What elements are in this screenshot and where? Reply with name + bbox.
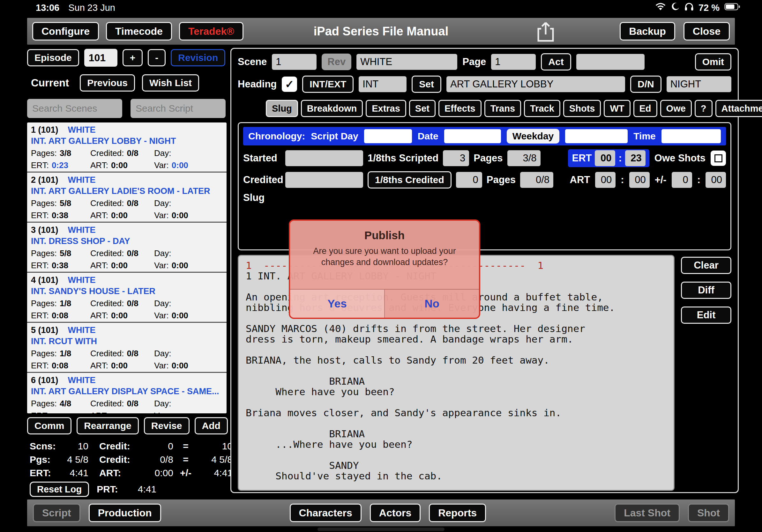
characters-button[interactable]: Characters [290,503,361,522]
bottom-toolbar: Script Production Characters Actors Repo… [27,499,735,526]
omit-button[interactable]: Omit [695,53,731,71]
last-shot-button[interactable]: Last Shot [615,503,680,522]
revision-color-field[interactable]: WHITE [356,54,457,70]
comm-button[interactable]: Comm [27,417,71,434]
home-indicator[interactable] [318,528,444,531]
set-button[interactable]: Set [412,76,441,93]
plus-minus-hours-field[interactable]: 0 [672,172,692,188]
scene-list-item[interactable]: 2 (101) WHITE INT. ART GALLERY LADIE'S R… [27,172,227,223]
episode-minus-button[interactable]: - [148,49,166,66]
detail-tab[interactable]: Slug [266,100,298,117]
scene-ert: ERT:0:38 [31,211,90,220]
eighths-credited-button[interactable]: 1/8ths Credited [368,171,451,188]
search-script-input[interactable] [130,99,226,118]
detail-tab[interactable]: Shots [563,100,601,117]
art-minutes-field[interactable]: 00 [629,172,650,188]
shot-button[interactable]: Shot [688,503,729,522]
scene-list-item[interactable]: 6 (101) WHITE INT. ART GALLERY DISPLAY S… [27,373,227,413]
scene-number: 3 (101) [31,225,58,235]
tab-wishlist[interactable]: Wish List [142,74,199,92]
art-hours-field[interactable]: 00 [595,172,616,188]
time-label: Time [634,131,655,142]
set-field[interactable]: ART GALLERY LOBBY [446,76,625,92]
revision-button[interactable]: Revision [171,49,225,66]
reset-log-button[interactable]: Reset Log [30,482,89,497]
no-button[interactable]: No [385,290,479,318]
top-toolbar: Configure Timecode Teradek® iPad Series … [27,18,735,45]
weekday-field[interactable] [565,129,628,143]
detail-tab[interactable]: Extras [366,100,406,117]
episode-number-field[interactable]: 101 [84,49,117,67]
pages-scripted-field[interactable]: 3/8 [507,150,541,166]
detail-tab[interactable]: Owe [660,100,692,117]
ert-minutes-field[interactable]: 23 [625,150,646,166]
backup-button[interactable]: Backup [620,22,675,40]
scene-list-item[interactable]: 1 (101) WHITE INT. ART GALLERY LOBBY - N… [27,122,227,172]
share-icon[interactable] [536,21,555,43]
script-day-field[interactable] [364,129,412,143]
close-button[interactable]: Close [683,22,730,40]
scene-revision-color: WHITE [68,275,96,285]
detail-tab[interactable]: WT [604,100,630,117]
scene-revision-color: WHITE [68,125,96,135]
day-night-button[interactable]: D/N [630,76,661,93]
int-ext-field[interactable]: INT [359,76,407,92]
detail-tab[interactable]: Attachments [716,100,762,117]
yes-button[interactable]: Yes [290,290,385,318]
reports-button[interactable]: Reports [429,503,486,522]
timecode-button[interactable]: Timecode [106,22,172,40]
scene-number: 1 (101) [31,125,58,135]
teradek-button[interactable]: Teradek® [179,22,244,40]
search-row [27,99,227,118]
day-night-field[interactable]: NIGHT [667,76,731,92]
check-icon: ✓ [285,78,294,91]
detail-tab[interactable]: ? [695,100,713,117]
left-panel: Episode 101 + - Revision Current Previou… [27,48,227,497]
eighths-credited-field[interactable]: 0 [456,172,482,188]
credited-field[interactable] [285,172,363,188]
episode-plus-button[interactable]: + [122,49,143,66]
heading-checkbox[interactable]: ✓ [282,77,297,92]
weekday-button[interactable]: Weekday [507,129,560,144]
detail-tab[interactable]: Set [409,100,435,117]
scene-list-item[interactable]: 5 (101) WHITE INT. RCUT WITH Pages:1/8 C… [27,323,227,373]
tab-current[interactable]: Current [27,77,73,89]
started-field[interactable] [285,150,363,166]
detail-tab[interactable]: Effects [438,100,482,117]
revise-button[interactable]: Revise [144,417,190,434]
scene-number-field[interactable]: 1 [272,54,317,70]
act-field[interactable] [576,54,645,70]
scene-list-item[interactable]: 4 (101) WHITE INT. SANDY'S HOUSE - LATER… [27,273,227,323]
script-mode-button[interactable]: Script [33,503,80,522]
detail-tab[interactable]: Ed [634,100,657,117]
owe-shots-checkbox[interactable] [711,151,726,166]
actors-button[interactable]: Actors [370,503,420,522]
date-field[interactable] [444,129,501,143]
tab-previous[interactable]: Previous [80,74,135,92]
plus-minus-minutes-field[interactable]: 00 [706,172,726,188]
scene-list-item[interactable]: 3 (101) WHITE INT. DRESS SHOP - DAY Page… [27,223,227,273]
eighths-scripted-field[interactable]: 3 [443,150,469,166]
configure-button[interactable]: Configure [32,22,99,40]
rearrange-button[interactable]: Rearrange [77,417,138,434]
scene-revision-color: WHITE [68,375,96,385]
edit-button[interactable]: Edit [681,306,731,324]
int-ext-button[interactable]: INT/EXT [302,76,353,93]
ert-hours-field[interactable]: 00 [595,150,615,166]
pages-credited-field[interactable]: 0/8 [520,172,553,188]
act-button[interactable]: Act [541,53,571,71]
detail-tab[interactable]: Breakdown [301,100,363,117]
clear-button[interactable]: Clear [681,257,731,274]
dialog-message: Are you sure you want to upload your cha… [290,245,479,268]
time-field[interactable] [661,129,721,143]
production-mode-button[interactable]: Production [89,503,161,522]
page-field[interactable]: 1 [491,54,536,70]
search-scenes-input[interactable] [27,99,122,118]
episode-button[interactable]: Episode [27,49,79,66]
add-button[interactable]: Add [194,417,228,434]
detail-tab[interactable]: Track [524,100,560,117]
diff-button[interactable]: Diff [681,282,731,299]
rev-button[interactable]: Rev [322,54,351,70]
detail-tab[interactable]: Trans [485,100,521,117]
plus-minus-colon: : [697,174,700,186]
